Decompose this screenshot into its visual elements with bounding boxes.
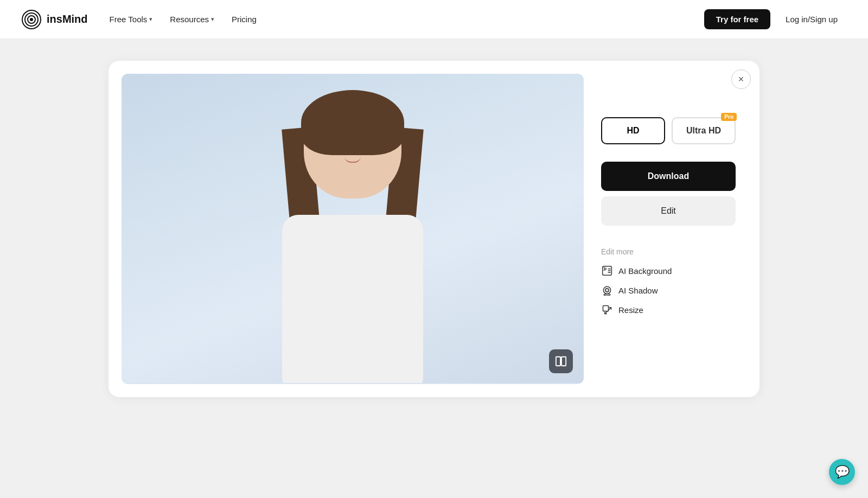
download-button[interactable]: Download [601, 162, 736, 191]
ai-shadow-icon [601, 284, 613, 296]
close-button[interactable]: × [731, 69, 751, 89]
header-right: Try for free Log in/Sign up [704, 9, 846, 29]
nav-free-tools[interactable]: Free Tools ▾ [110, 12, 153, 26]
compare-button[interactable] [549, 349, 573, 373]
login-button[interactable]: Log in/Sign up [777, 9, 846, 29]
svg-point-3 [30, 18, 33, 21]
ai-background-item[interactable]: AI Background [601, 265, 736, 277]
edit-more-label: Edit more [601, 247, 736, 256]
chat-icon: 💬 [835, 465, 850, 479]
chevron-down-icon: ▾ [149, 16, 152, 23]
quality-selector: HD Ultra HD Pro [601, 117, 736, 144]
girl-figure [239, 95, 467, 383]
action-buttons: Download Edit [601, 162, 736, 226]
svg-point-12 [605, 289, 609, 292]
compare-icon [555, 355, 567, 367]
pro-badge: Pro [721, 113, 737, 121]
result-card: × [108, 61, 760, 397]
svg-rect-5 [561, 357, 566, 366]
sidebar: HD Ultra HD Pro Download Edit Edit more [584, 74, 746, 384]
svg-point-13 [604, 294, 610, 296]
nav-resources[interactable]: Resources ▾ [170, 12, 214, 26]
ai-background-icon [601, 265, 613, 277]
try-for-free-button[interactable]: Try for free [704, 9, 770, 29]
header: insMind Free Tools ▾ Resources ▾ Pricing… [0, 0, 868, 39]
edit-more-items: AI Background AI Shadow [601, 265, 736, 316]
nav-pricing[interactable]: Pricing [232, 12, 257, 26]
svg-rect-4 [556, 357, 560, 366]
hair-top [301, 90, 404, 155]
ultra-hd-button[interactable]: Ultra HD Pro [672, 117, 736, 144]
main-content: × [0, 39, 868, 498]
svg-rect-14 [603, 306, 609, 311]
mouth [344, 156, 361, 163]
resize-icon [601, 304, 613, 316]
main-nav: Free Tools ▾ Resources ▾ Pricing [110, 12, 257, 26]
logo[interactable]: insMind [22, 10, 88, 29]
header-left: insMind Free Tools ▾ Resources ▾ Pricing [22, 10, 257, 29]
logo-icon [22, 10, 41, 29]
girl-body [282, 215, 423, 383]
resize-item[interactable]: Resize [601, 304, 736, 316]
edit-button[interactable]: Edit [601, 196, 736, 226]
image-area [122, 74, 584, 384]
chevron-down-icon: ▾ [211, 16, 214, 23]
chat-bubble[interactable]: 💬 [829, 459, 855, 485]
hd-button[interactable]: HD [601, 117, 665, 144]
ai-shadow-item[interactable]: AI Shadow [601, 284, 736, 296]
image-placeholder [122, 74, 584, 383]
logo-text: insMind [47, 13, 88, 25]
